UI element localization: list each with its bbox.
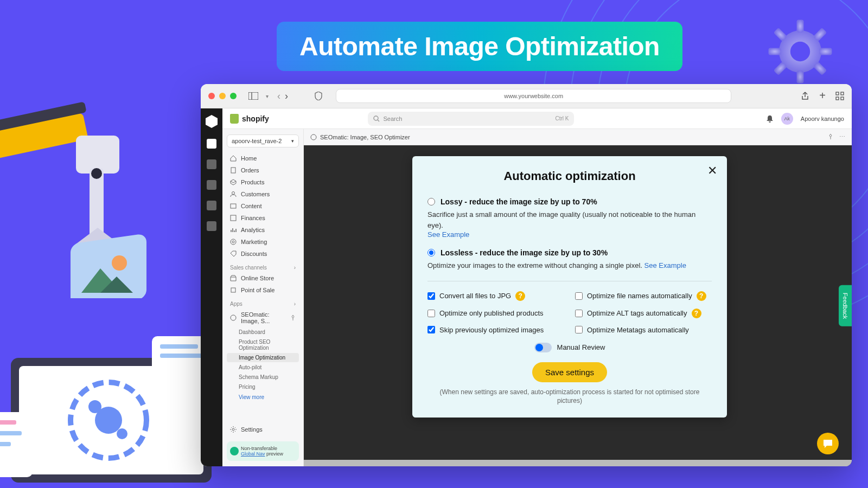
only-published-checkbox[interactable] [427,310,435,317]
nav-pos[interactable]: Point of Sale [227,285,299,296]
share-icon[interactable] [801,92,809,100]
nav-online-store[interactable]: Online Store [227,273,299,284]
discounts-icon [230,251,237,257]
app-rail [201,108,222,466]
svg-rect-46 [231,288,235,292]
search-shortcut: Ctrl K [555,115,569,121]
svg-point-23 [88,400,101,413]
manual-review-label: Manual Review [557,343,605,351]
check-only-published[interactable]: Optimize only published products [427,309,564,318]
minimize-window-icon[interactable] [219,93,226,99]
svg-rect-27 [0,431,22,435]
sub-pricing[interactable]: Pricing [227,382,299,391]
url-bar[interactable]: www.yourwebsite.com [336,89,731,103]
nav-content[interactable]: Content [227,201,299,211]
skip-optimized-checkbox[interactable] [427,326,435,333]
maximize-window-icon[interactable] [230,93,237,99]
nav-home[interactable]: Home [227,153,299,164]
lossless-see-example-link[interactable]: See Example [644,261,686,269]
search-input[interactable]: Search Ctrl K [368,112,574,126]
svg-point-18 [112,255,127,271]
nav-products[interactable]: Products [227,177,299,188]
sidebar: apoorv-test_rave-2 ▾ Home Orders Product… [222,129,304,466]
sub-image-opt[interactable]: Image Optimization [227,353,299,362]
bell-icon[interactable] [766,115,774,123]
manual-review-toggle[interactable] [534,343,552,352]
nav-orders[interactable]: Orders [227,165,299,176]
lossy-see-example-link[interactable]: See Example [427,230,712,239]
shield-icon[interactable] [315,92,322,100]
sub-schema[interactable]: Schema Markup [227,373,299,382]
products-icon [230,179,237,185]
nav-settings[interactable]: Settings [227,423,299,436]
svg-rect-40 [231,168,235,173]
nav-finances[interactable]: Finances [227,213,299,223]
pin-icon[interactable] [290,315,296,320]
shopify-rail-logo[interactable] [206,115,218,128]
filenames-checkbox[interactable] [575,292,583,300]
browser-window: ▾ ‹ › www.yourwebsite.com + [201,84,852,466]
rail-icon-2[interactable] [207,159,216,169]
sub-product-seo[interactable]: Product SEO Optimization [227,337,299,352]
analytics-icon [230,227,237,233]
avatar[interactable]: Ak [781,113,793,125]
nav-marketing[interactable]: Marketing [227,236,299,247]
svg-rect-3 [769,48,781,55]
badge-dot-icon [230,447,239,455]
chevron-right-icon[interactable]: › [294,265,296,271]
store-selector[interactable]: apoorv-test_rave-2 ▾ [227,134,299,147]
marketing-icon [230,239,237,245]
gear-3d-icon [765,16,835,87]
close-window-icon[interactable] [208,93,215,99]
nav-customers[interactable]: Customers [227,189,299,200]
more-icon[interactable]: ⋯ [839,133,845,140]
nav-discounts[interactable]: Discounts [227,248,299,259]
auto-optimization-modal: ✕ Automatic optimization Lossy - reduce … [412,156,727,418]
preview-badge: Non-transferable Global Nav preview [227,441,299,461]
rail-icon-5[interactable] [207,221,216,231]
new-tab-icon[interactable]: + [819,92,826,100]
nav-app-seomatic[interactable]: SEOmatic: Image, S... [227,309,299,326]
help-icon[interactable]: ? [692,309,701,318]
check-metatags[interactable]: Optimize Metatags automatically [575,326,712,334]
check-skip-optimized[interactable]: Skip previously optimized images [427,326,564,334]
convert-jpg-checkbox[interactable] [427,292,435,300]
sub-dashboard[interactable]: Dashboard [227,328,299,337]
view-more-link[interactable]: View more [227,392,299,402]
metatags-checkbox[interactable] [575,326,583,333]
horizontal-scrollbar[interactable] [304,460,852,466]
rail-icon-1[interactable] [207,139,216,149]
robot-arm-illustration [0,81,184,298]
alt-tags-checkbox[interactable] [575,310,583,317]
check-convert-jpg[interactable]: Convert all files to JPG? [427,291,564,301]
help-icon[interactable]: ? [515,291,525,301]
chat-bubble-button[interactable] [817,433,839,454]
shopify-logo[interactable]: shopify [230,114,269,124]
save-settings-button[interactable]: Save settings [532,362,607,382]
back-button[interactable]: ‹ [277,91,280,102]
close-icon[interactable]: ✕ [707,164,717,178]
chevron-down-icon[interactable]: ▾ [266,93,269,99]
tabs-grid-icon[interactable] [835,92,844,100]
rail-icon-4[interactable] [207,201,216,210]
sidebar-toggle-icon[interactable] [248,92,258,100]
store-icon [230,275,237,281]
rail-icon-3[interactable] [207,180,216,190]
lossy-radio[interactable] [427,198,435,206]
help-icon[interactable]: ? [697,291,706,301]
lossless-desc: Optimize your images to the extreme with… [427,261,644,269]
feedback-tab[interactable]: Feedback [839,285,852,326]
svg-rect-31 [160,354,206,358]
chevron-right-icon[interactable]: › [294,301,296,307]
check-alt-tags[interactable]: Optimize ALT tags automatically? [575,309,712,318]
pin-icon[interactable] [827,133,834,140]
lossy-label: Lossy - reduce the image size by up to 7… [441,197,597,206]
nav-analytics[interactable]: Analytics [227,224,299,235]
url-text: www.yourwebsite.com [504,93,563,99]
global-nav-link[interactable]: Global Nav [241,451,265,457]
window-controls[interactable] [208,93,237,99]
lossless-radio[interactable] [427,249,435,256]
sub-autopilot[interactable]: Auto-pilot [227,363,299,372]
check-filenames[interactable]: Optimize file names automatically? [575,291,712,301]
forward-button[interactable]: › [285,91,288,102]
